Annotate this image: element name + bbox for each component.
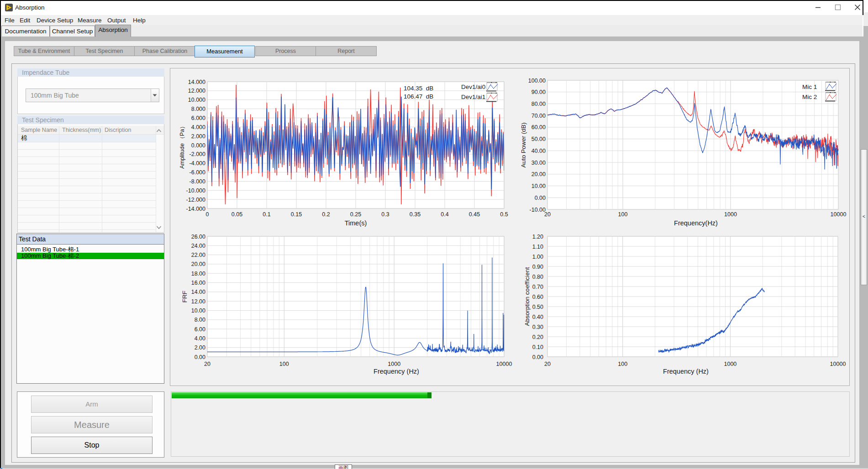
svg-text:10000: 10000 [831, 211, 847, 218]
svg-text:50.00: 50.00 [531, 136, 546, 142]
svg-text:20.00: 20.00 [531, 171, 546, 177]
svg-text:0.000: 0.000 [191, 142, 205, 149]
svg-text:10.00: 10.00 [531, 183, 546, 189]
svg-text:20: 20 [544, 361, 551, 367]
svg-text:8.00: 8.00 [195, 317, 205, 323]
svg-text:4.00: 4.00 [195, 335, 205, 342]
svg-text:104.35 dB: 104.35 dB [404, 85, 433, 92]
svg-text:-2.000: -2.000 [189, 151, 205, 157]
svg-text:1.10: 1.10 [532, 244, 543, 250]
svg-text:18.00: 18.00 [191, 271, 205, 277]
svg-text:22.00: 22.00 [191, 252, 205, 258]
svg-text:-10.00: -10.00 [530, 207, 546, 213]
svg-text:0.20: 0.20 [532, 334, 543, 340]
svg-text:0.90: 0.90 [532, 264, 543, 270]
svg-text:-10.000: -10.000 [186, 188, 205, 194]
svg-text:1000: 1000 [724, 211, 737, 218]
svg-text:20.00: 20.00 [191, 261, 205, 267]
svg-text:0.00: 0.00 [532, 354, 543, 360]
svg-text:0.00: 0.00 [195, 354, 205, 360]
svg-text:-6.000: -6.000 [189, 169, 205, 176]
svg-text:Frequency (Hz): Frequency (Hz) [663, 368, 709, 375]
svg-text:40.00: 40.00 [531, 148, 546, 154]
svg-text:100: 100 [618, 211, 628, 218]
svg-text:0.60: 0.60 [532, 294, 543, 300]
svg-text:0.45: 0.45 [469, 211, 480, 218]
svg-text:80.00: 80.00 [531, 101, 546, 107]
svg-text:14.00: 14.00 [191, 289, 205, 295]
svg-text:Auto Power (dB): Auto Power (dB) [520, 122, 527, 167]
svg-text:12.000: 12.000 [188, 88, 205, 94]
svg-text:90.00: 90.00 [531, 89, 546, 95]
svg-text:10000: 10000 [830, 361, 846, 367]
svg-text:14.000: 14.000 [188, 79, 205, 85]
svg-text:Amplitude （Pa）: Amplitude （Pa） [179, 123, 185, 168]
svg-text:Mic 2: Mic 2 [802, 94, 817, 100]
svg-text:100.00: 100.00 [528, 78, 546, 84]
svg-text:0: 0 [206, 211, 209, 218]
svg-text:0.5: 0.5 [500, 211, 508, 218]
svg-text:0.1: 0.1 [263, 211, 270, 218]
svg-text:100: 100 [618, 361, 627, 367]
svg-text:-12.000: -12.000 [186, 197, 205, 203]
svg-text:0.80: 0.80 [532, 274, 543, 280]
svg-text:2.000: 2.000 [191, 133, 205, 140]
svg-text:Time(s): Time(s) [345, 219, 367, 227]
svg-text:0.05: 0.05 [231, 211, 242, 218]
svg-text:-8.000: -8.000 [189, 178, 205, 185]
svg-text:1000: 1000 [724, 361, 736, 367]
svg-text:70.00: 70.00 [531, 113, 546, 119]
svg-text:0.70: 0.70 [532, 284, 543, 290]
svg-text:100: 100 [279, 361, 289, 367]
svg-text:FRF: FRF [181, 291, 188, 302]
svg-text:0.30: 0.30 [532, 324, 543, 330]
svg-text:6.000: 6.000 [191, 115, 205, 121]
svg-text:60.00: 60.00 [531, 124, 546, 130]
svg-text:4.000: 4.000 [191, 124, 205, 130]
svg-text:30.00: 30.00 [531, 160, 546, 166]
svg-text:20: 20 [544, 211, 551, 218]
svg-text:1000: 1000 [388, 361, 400, 367]
svg-text:0.50: 0.50 [532, 304, 543, 310]
svg-text:0.00: 0.00 [535, 195, 546, 201]
svg-text:26.00: 26.00 [191, 234, 205, 240]
svg-text:0.40: 0.40 [532, 314, 543, 320]
svg-text:8.000: 8.000 [191, 106, 205, 112]
svg-text:Mic 1: Mic 1 [802, 83, 817, 90]
svg-text:Frequency (Hz): Frequency (Hz) [374, 368, 419, 375]
svg-text:Dev1/ai0: Dev1/ai0 [461, 83, 485, 90]
svg-text:20: 20 [204, 361, 210, 367]
svg-text:0.2: 0.2 [322, 211, 330, 218]
svg-text:0.10: 0.10 [532, 344, 543, 350]
svg-text:Absorption coefficient: Absorption coefficient [524, 267, 531, 326]
svg-text:0.25: 0.25 [350, 211, 361, 218]
svg-text:Frequency(Hz): Frequency(Hz) [674, 219, 718, 227]
svg-text:0.15: 0.15 [291, 211, 302, 218]
svg-text:Dev1/ai1: Dev1/ai1 [461, 94, 485, 100]
svg-text:12.00: 12.00 [191, 298, 205, 305]
svg-text:0.3: 0.3 [381, 211, 389, 218]
svg-text:2.00: 2.00 [195, 344, 205, 351]
svg-text:0.35: 0.35 [410, 211, 421, 218]
svg-text:-14.000: -14.000 [186, 206, 205, 212]
svg-text:16.00: 16.00 [191, 280, 205, 286]
svg-text:24.00: 24.00 [191, 243, 205, 249]
svg-text:1.00: 1.00 [532, 254, 543, 260]
svg-text:-4.000: -4.000 [189, 160, 205, 167]
svg-text:10000: 10000 [496, 361, 512, 367]
svg-text:6.00: 6.00 [195, 326, 205, 333]
svg-text:10.00: 10.00 [191, 307, 205, 314]
svg-text:106.47 dB: 106.47 dB [404, 93, 433, 100]
svg-text:0.4: 0.4 [441, 211, 448, 218]
svg-text:10.000: 10.000 [188, 97, 205, 103]
svg-text:1.20: 1.20 [532, 234, 543, 240]
